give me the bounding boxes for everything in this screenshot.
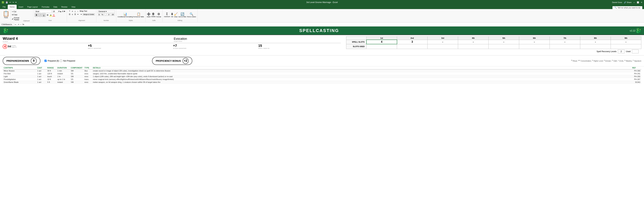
slot-used-input-9[interactable] [612,45,640,48]
restore-btn[interactable]: ⬜ [637,1,639,4]
slot-used-input-2[interactable] [398,45,426,48]
quick-redo[interactable]: ↪ [12,1,14,4]
font-color-button[interactable]: A [52,14,55,16]
recovery-used-input[interactable] [632,50,639,53]
find-select-btn[interactable]: 🔍 Find & Select [187,12,196,18]
copy-button[interactable]: ⧉ Copy [12,14,19,16]
comma-btn[interactable]: , [104,13,106,16]
proficiency-box: PROFICIENCY BONUS +2 [152,57,192,65]
slot-used-2nd[interactable] [397,44,428,49]
increase-decimal-btn[interactable]: .00 [110,13,115,16]
align-right-btn[interactable]: ☰ [74,13,76,16]
slot-used-input-1[interactable] [368,45,396,48]
slot-used-input-3[interactable] [428,45,457,48]
cantrip-row: Light 1 act touch 1 hr VM evoc 1 object … [3,75,641,78]
conditional-formatting-btn[interactable]: 📊 Conditional Formatting [118,12,133,18]
minimize-btn[interactable]: — [633,1,635,3]
sheet-content: 🐉 SPELLCASTING v2.22 🐉 Wizard 4 CLASS Ev… [0,26,644,85]
slot-used-4th[interactable] [458,44,488,49]
subclass-value: Evocation [174,37,341,40]
insert-btn[interactable]: ➕ Insert [147,12,151,18]
slot-val-8th: - [580,40,611,44]
slot-used-5th[interactable] [488,44,519,49]
slot-used-input-8[interactable] [581,45,610,48]
recovery-value-input[interactable] [618,50,624,53]
slot-used-3rd[interactable] [428,44,458,49]
clear-btn[interactable]: 🧹 Clear [174,12,178,18]
table-header-row: CANTRIPS CAST RANGE DURATION COMPONENT T… [3,66,641,70]
slot-used-input-6[interactable] [520,45,548,48]
recovery-used-label: Used [626,50,630,53]
decrease-indent-btn[interactable]: ⇤ [77,13,79,16]
tab-insert[interactable]: Insert [16,5,25,9]
slot-used-9th[interactable] [611,44,641,49]
percent-btn[interactable]: % [101,13,104,16]
wrap-text-btn[interactable]: Wrap Text [79,10,88,12]
align-left-btn[interactable]: ☰ [68,13,71,16]
sort-filter-btn[interactable]: 🔃 Sort & Filter [178,12,186,18]
quick-undo[interactable]: ↩ [10,1,11,4]
slot-used-6th[interactable] [519,44,550,49]
bold-button[interactable]: B [35,13,38,17]
slot-used-7th[interactable] [550,44,580,49]
merge-center-btn[interactable]: Merge & Center [82,13,95,16]
decrease-font-btn[interactable]: A▼ [62,10,66,12]
confirm-formula-btn[interactable]: ✓ [20,23,22,26]
slot-used-8th[interactable] [580,44,611,49]
name-box-dropdown[interactable]: ▾ [15,23,16,26]
class-label: CLASS [3,41,170,42]
currency-btn[interactable]: $ [98,13,100,16]
tab-review[interactable]: Review [59,5,69,9]
search-box[interactable]: 🔍 Tell me what you want to do [612,6,642,9]
tab-page-layout[interactable]: Page Layout [25,5,40,9]
align-bottom-btn[interactable]: ⊥ [74,10,76,12]
font-name-input[interactable] [35,10,52,13]
quick-save[interactable]: 💾 [6,1,8,4]
tab-data[interactable]: Data [51,5,59,9]
increase-indent-btn[interactable]: ⇥ [80,13,82,16]
format-btn[interactable]: ⚙ Format [156,12,161,18]
tab-view[interactable]: View [70,5,78,9]
cancel-formula-btn[interactable]: ✕ [18,23,20,26]
number-format-box[interactable]: General ▾ [98,10,114,13]
customize-quick-access[interactable]: ▾ [16,1,16,4]
decrease-decimal-btn[interactable]: .0 [107,13,110,16]
font-size-input[interactable] [52,10,58,13]
alignment-label: Alignment [68,20,95,21]
fill-btn[interactable]: ⬇ Fill [171,12,173,18]
attack-mod-label: ATTACK MODIFIER [173,48,256,49]
cut-button[interactable]: ✂ Cut [12,11,19,12]
not-prepared-checkbox[interactable] [60,60,62,62]
align-center-btn[interactable]: ≡ [71,13,73,16]
format-as-table-btn[interactable]: 📋 Format as Table [133,12,144,18]
autosum-btn[interactable]: Σ AutoSum [164,12,170,18]
prepared-checkbox[interactable] [44,60,47,62]
underline-button[interactable]: U [42,13,46,17]
increase-font-btn[interactable]: A▲ [58,10,62,12]
insert-function-btn[interactable]: fx [22,23,24,26]
slot-used-input-4[interactable] [459,45,488,48]
alignment-top-row: ⊤ ≡ ⊥ ↕ Wrap Text [68,10,95,12]
stat-row: 4 Int LEVEL ABILITY +5 ABILITY MODIFIER … [3,44,341,49]
cantrip-details: ranged, 1d10 fire, unattended flammable … [92,72,632,75]
formula-input[interactable] [25,24,643,26]
close-btn[interactable]: ✕ [641,1,642,4]
align-middle-btn[interactable]: ≡ [71,10,73,12]
tab-home[interactable]: Home [8,5,16,9]
delete-btn[interactable]: 🗑 Delete [151,12,156,18]
slot-used-1st[interactable] [366,44,397,49]
cantrip-type: evoc [84,75,92,78]
slot-used-input-7[interactable] [551,45,579,48]
share-icon[interactable]: 🔗 Share [624,1,632,4]
highlight-color-button[interactable]: A [50,14,52,16]
tab-formulas[interactable]: Formulas [40,5,51,9]
italic-button[interactable]: I [39,13,42,17]
cell-reference-box[interactable] [1,23,14,26]
format-painter-button[interactable]: 🖌 Format Painter [12,17,19,21]
paste-button[interactable]: 📋 Paste [1,10,11,22]
border-button[interactable]: ⊞ [46,14,49,16]
text-direction-btn[interactable]: ↕ [77,10,79,12]
slot-used-input-5[interactable] [490,45,518,48]
tab-file[interactable]: File [1,5,8,9]
align-top-btn[interactable]: ⊤ [68,10,71,12]
